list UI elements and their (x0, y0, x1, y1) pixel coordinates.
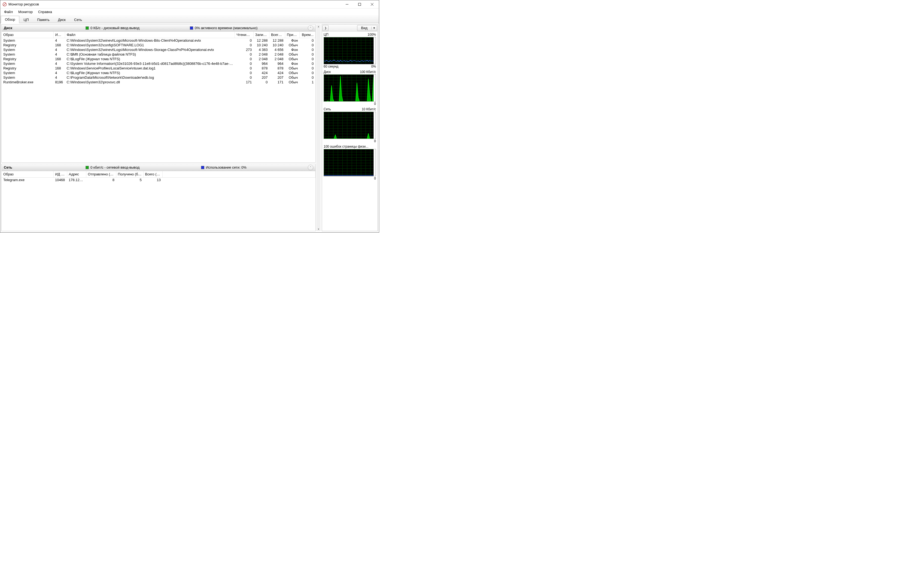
tab-overview[interactable]: Обзор (1, 16, 20, 23)
tabbar: Обзор ЦП Память Диск Сеть (0, 15, 379, 23)
app-icon (3, 2, 7, 6)
net-chart-title: Сеть (324, 107, 331, 111)
network-section-header[interactable]: Сеть 0 кбит/с - сетевой ввод-вывод Испол… (2, 164, 315, 171)
disk-collapse-button[interactable]: ⌃ (308, 26, 313, 31)
titlebar: Монитор ресурсов (0, 0, 379, 9)
disk-chart: Диск100 Кбит/с 0 (324, 70, 376, 106)
net-chart-max: 10 Кбит/с (362, 107, 376, 111)
table-row[interactable]: System4C:\Windows\System32\winevt\Logs\M… (2, 47, 315, 52)
table-row[interactable]: System4C:\$Mft (Основная таблица файлов … (2, 52, 315, 57)
network-table[interactable]: Образ ИД пр... Адрес Отправлено (байт/с)… (2, 171, 315, 231)
col-pid[interactable]: ИД ... (53, 32, 65, 38)
view-dropdown[interactable]: Вид ▼ (357, 25, 377, 31)
content-area: Диск 0 КБ/с - дисковый ввод-вывод 0% акт… (0, 23, 379, 232)
menubar: Файл Монитор Справка (0, 9, 379, 15)
mem-chart-title: 100 ошибок страницы физи... (324, 145, 368, 149)
ncol-image[interactable]: Образ (2, 171, 53, 177)
disk-stat2: 0% активного времени (максимально) (195, 26, 257, 30)
maximize-button[interactable] (353, 0, 366, 9)
disk-chart-title: Диск (324, 70, 331, 74)
net-chart-footR: 0 (374, 139, 376, 143)
col-write[interactable]: Запис... (254, 32, 269, 38)
ncol-total[interactable]: Всего (байт (143, 171, 162, 177)
col-resp[interactable]: Врем... (299, 32, 315, 38)
mem-chart: 100 ошибок страницы физи... 0 (324, 145, 376, 180)
network-collapse-button[interactable]: ⌃ (308, 165, 313, 170)
cpu-chart-max: 100% (368, 33, 376, 36)
left-column: Диск 0 КБ/с - дисковый ввод-вывод 0% акт… (2, 24, 321, 231)
disk-chart-footR: 0 (374, 102, 376, 106)
menu-file[interactable]: Файл (2, 9, 15, 15)
ncol-pid[interactable]: ИД пр... (53, 171, 67, 177)
tab-memory[interactable]: Память (33, 16, 54, 23)
charts-nav-button[interactable]: ❯ (322, 25, 328, 31)
disk-section-title: Диск (4, 26, 86, 30)
ncol-sent[interactable]: Отправлено (байт/с) (86, 171, 116, 177)
ncol-recv[interactable]: Получено (байт (116, 171, 143, 177)
table-row[interactable]: Registry168C:\Windows\ServiceProfiles\Lo… (2, 66, 315, 71)
charts-container: ЦП100% 60 секунд0% Диск100 Кбит/с 0 Сеть… (322, 32, 378, 231)
svg-rect-3 (358, 3, 361, 6)
table-row[interactable]: Registry168C:\Windows\System32\config\SO… (2, 43, 315, 47)
cpu-chart-footR: 0% (371, 65, 376, 68)
table-row[interactable]: System4C:\$LogFile (Журнал тома NTFS)042… (2, 71, 315, 75)
net-stat1: 0 кбит/с - сетевой ввод-вывод (90, 165, 140, 170)
disk-section-header[interactable]: Диск 0 КБ/с - дисковый ввод-вывод 0% акт… (2, 24, 315, 32)
disk-stat1: 0 КБ/с - дисковый ввод-вывод (90, 26, 140, 30)
menu-help[interactable]: Справка (35, 9, 55, 15)
disk-legend2-icon (190, 26, 193, 30)
tab-disk[interactable]: Диск (54, 16, 70, 23)
ncol-addr[interactable]: Адрес (67, 171, 86, 177)
cpu-chart-footL: 60 секунд (324, 65, 338, 68)
disk-legend1-icon (86, 26, 89, 30)
col-image[interactable]: Образ (2, 32, 53, 38)
disk-chart-max: 100 Кбит/с (360, 70, 376, 74)
cpu-chart: ЦП100% 60 секунд0% (324, 33, 376, 68)
net-legend1-icon (86, 166, 89, 169)
col-prio[interactable]: Прио... (285, 32, 300, 38)
network-section: Сеть 0 кбит/с - сетевой ввод-вывод Испол… (2, 164, 316, 231)
table-row[interactable]: Registry168C:\$LogFile (Журнал тома NTFS… (2, 57, 315, 61)
svg-line-1 (3, 3, 6, 6)
menu-monitor[interactable]: Монитор (15, 9, 35, 15)
network-section-title: Сеть (4, 165, 86, 170)
col-read[interactable]: Чтение (б... (235, 32, 254, 38)
table-row[interactable]: System4C:\ProgramData\Microsoft\Network\… (2, 75, 315, 80)
col-file[interactable]: Файл (65, 32, 234, 38)
dropdown-icon: ▼ (371, 27, 377, 29)
col-total[interactable]: Всего ... (269, 32, 285, 38)
scroll-down-icon[interactable]: ▾ (316, 227, 321, 231)
cpu-chart-title: ЦП (324, 33, 328, 36)
window-title: Монитор ресурсов (9, 2, 341, 6)
disk-table[interactable]: Образ ИД ... Файл Чтение (б... Запис... … (2, 32, 315, 162)
charts-pane: ❯ Вид ▼ ЦП100% 60 секунд0% Диск100 Кбит/… (322, 24, 378, 231)
table-row[interactable]: System4C:\System Volume Information\{32e… (2, 61, 315, 66)
net-legend2-icon (201, 166, 204, 169)
table-row[interactable]: RuntimeBroker.exe8196C:\Windows\System32… (2, 80, 315, 84)
close-button[interactable] (366, 0, 378, 9)
table-row[interactable]: Telegram.exe10468178.128....8513 (2, 177, 315, 183)
disk-section: Диск 0 КБ/с - дисковый ввод-вывод 0% акт… (2, 24, 316, 163)
mem-chart-footR: 0 (374, 177, 376, 180)
scroll-up-icon[interactable]: ▴ (316, 24, 321, 29)
tab-network[interactable]: Сеть (70, 16, 86, 23)
charts-toolbar: ❯ Вид ▼ (322, 24, 378, 32)
table-row[interactable]: System4C:\Windows\System32\winevt\Logs\M… (2, 38, 315, 43)
view-label: Вид (357, 26, 372, 30)
left-scrollbar[interactable]: ▴ ▾ (316, 24, 321, 231)
tab-cpu[interactable]: ЦП (20, 16, 33, 23)
net-stat2: Использование сети: 0% (206, 165, 246, 170)
net-chart: Сеть10 Кбит/с 0 (324, 107, 376, 143)
minimize-button[interactable] (341, 0, 353, 9)
app-window: Монитор ресурсов Файл Монитор Справка Об… (0, 0, 379, 233)
